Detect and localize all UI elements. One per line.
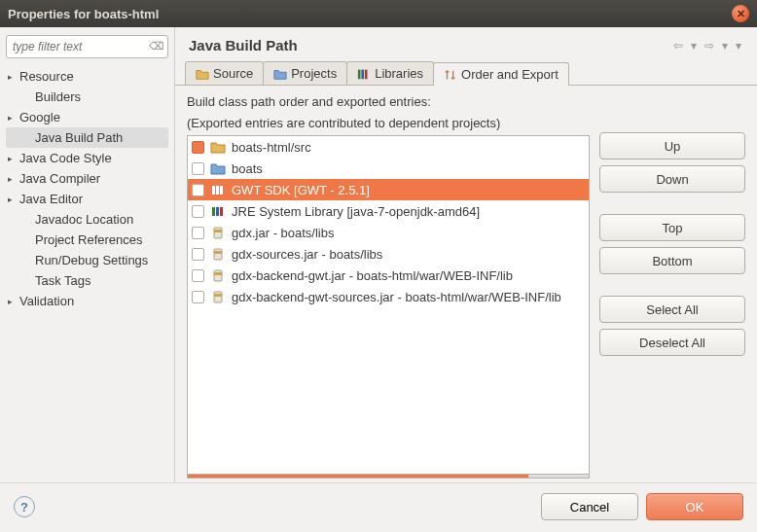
tab-projects[interactable]: Projects [263, 61, 347, 85]
entry-row[interactable]: gdx-backend-gwt.jar - boats-html/war/WEB… [188, 265, 589, 286]
top-button[interactable]: Top [599, 214, 745, 241]
back-menu-icon[interactable]: ▾ [689, 39, 699, 53]
entry-label: gdx.jar - boats/libs [232, 226, 335, 240]
select-all-button[interactable]: Select All [599, 296, 745, 323]
tree-item-java-editor[interactable]: ▸Java Editor [6, 189, 168, 209]
svg-rect-1 [362, 69, 365, 79]
tree-item-java-code-style[interactable]: ▸Java Code Style [6, 148, 168, 168]
tree-item-task-tags[interactable]: Task Tags [6, 270, 168, 291]
entry-row[interactable]: ✓GWT SDK [GWT - 2.5.1] [188, 179, 589, 200]
chevron-right-icon[interactable]: ▸ [8, 113, 19, 123]
svg-rect-13 [214, 270, 222, 281]
entry-label: gdx-sources.jar - boats/libs [232, 247, 382, 262]
category-tree: ▸ResourceBuilders▸GoogleJava Build Path▸… [6, 66, 168, 475]
ok-button[interactable]: OK [646, 493, 743, 520]
tree-item-java-compiler[interactable]: ▸Java Compiler [6, 168, 168, 189]
up-button[interactable]: Up [599, 132, 745, 160]
entry-checkbox[interactable] [192, 162, 204, 175]
svg-rect-2 [365, 69, 368, 79]
svg-rect-14 [214, 272, 222, 275]
svg-rect-3 [212, 186, 215, 195]
tree-item-label: Javadoc Location [35, 212, 133, 227]
entry-label: gdx-backend-gwt.jar - boats-html/war/WEB… [232, 268, 513, 283]
entry-row[interactable]: boats-html/src [188, 136, 589, 158]
entries-list[interactable]: boats-html/srcboats✓GWT SDK [GWT - 2.5.1… [187, 135, 590, 475]
tab-label: Projects [291, 66, 337, 81]
tree-item-resource[interactable]: ▸Resource [6, 66, 168, 87]
tab-libraries[interactable]: Libraries [346, 61, 434, 85]
tab-label: Order and Export [461, 67, 559, 82]
entry-checkbox[interactable] [192, 227, 204, 239]
books-icon [357, 67, 371, 81]
tree-item-label: Google [19, 110, 60, 124]
svg-rect-7 [216, 207, 219, 216]
back-icon[interactable]: ⇦ [671, 39, 685, 53]
entry-row[interactable]: JRE System Library [java-7-openjdk-amd64… [188, 200, 589, 222]
down-button[interactable]: Down [599, 165, 745, 193]
horizontal-scrollbar[interactable] [187, 475, 590, 479]
nav-arrows: ⇦ ▾ ⇨ ▾ ▾ [671, 39, 743, 53]
title-bar: Properties for boats-html ✕ [0, 0, 757, 27]
forward-menu-icon[interactable]: ▾ [720, 39, 730, 53]
entry-row[interactable]: gdx-backend-gwt-sources.jar - boats-html… [188, 286, 589, 307]
entry-label: JRE System Library [java-7-openjdk-amd64… [232, 204, 480, 219]
svg-rect-10 [214, 230, 222, 232]
tree-item-run-debug-settings[interactable]: Run/Debug Settings [6, 250, 168, 270]
entry-row[interactable]: boats [188, 158, 589, 179]
tree-item-google[interactable]: ▸Google [6, 107, 168, 127]
svg-rect-4 [216, 186, 219, 195]
svg-rect-12 [214, 251, 222, 254]
chevron-right-icon[interactable]: ▸ [8, 154, 19, 163]
tree-item-label: Task Tags [35, 273, 91, 288]
tree-item-label: Java Code Style [19, 151, 112, 165]
tree-item-java-build-path[interactable]: Java Build Path [6, 127, 168, 148]
entry-checkbox[interactable] [192, 205, 204, 218]
entry-row[interactable]: gdx.jar - boats/libs [188, 222, 589, 243]
entry-checkbox[interactable] [192, 248, 204, 261]
jar-icon [210, 226, 226, 239]
tree-item-project-references[interactable]: Project References [6, 230, 168, 250]
entry-label: GWT SDK [GWT - 2.5.1] [232, 183, 370, 197]
entry-checkbox[interactable] [192, 269, 204, 282]
tree-item-builders[interactable]: Builders [6, 87, 168, 107]
entry-checkbox[interactable] [192, 141, 204, 154]
folder-proj-icon [273, 67, 287, 81]
chevron-right-icon[interactable]: ▸ [8, 72, 19, 82]
bottom-button[interactable]: Bottom [599, 247, 745, 274]
order-icon [444, 68, 457, 82]
entry-checkbox[interactable]: ✓ [192, 184, 204, 196]
svg-rect-9 [214, 228, 222, 238]
tab-source[interactable]: Source [185, 61, 264, 85]
entry-label: boats [232, 161, 263, 176]
deselect-all-button[interactable]: Deselect All [599, 329, 745, 356]
tree-item-label: Run/Debug Settings [35, 253, 148, 267]
tree-item-validation[interactable]: ▸Validation [6, 291, 168, 311]
description-line-2: (Exported entries are contributed to dep… [187, 115, 590, 132]
svg-rect-0 [358, 69, 361, 79]
entry-row[interactable]: gdx-sources.jar - boats/libs [188, 243, 589, 265]
view-menu-icon[interactable]: ▾ [734, 39, 743, 53]
tab-label: Source [213, 66, 253, 81]
cancel-button[interactable]: Cancel [541, 493, 638, 520]
forward-icon[interactable]: ⇨ [703, 39, 716, 53]
chevron-right-icon[interactable]: ▸ [8, 195, 19, 204]
tab-label: Libraries [375, 66, 423, 81]
entry-checkbox[interactable] [192, 291, 204, 303]
chevron-right-icon[interactable]: ▸ [8, 297, 19, 306]
window-title: Properties for boats-html [8, 7, 732, 21]
folder-src-icon [210, 140, 226, 154]
tree-item-label: Java Build Path [35, 130, 123, 145]
chevron-right-icon[interactable]: ▸ [8, 174, 19, 184]
close-icon[interactable]: ✕ [732, 5, 749, 22]
tree-item-label: Java Compiler [19, 171, 100, 186]
tabs: SourceProjectsLibrariesOrder and Export [175, 61, 757, 86]
svg-rect-15 [214, 292, 222, 302]
entry-label: boats-html/src [232, 140, 311, 155]
help-icon[interactable]: ? [14, 496, 35, 517]
description-line-1: Build class path order and exported entr… [187, 93, 590, 111]
filter-input[interactable] [6, 35, 168, 58]
tree-item-javadoc-location[interactable]: Javadoc Location [6, 209, 168, 230]
jar-icon [210, 268, 226, 282]
tab-order-and-export[interactable]: Order and Export [433, 62, 569, 86]
clear-filter-icon[interactable]: ⌫ [149, 38, 164, 53]
